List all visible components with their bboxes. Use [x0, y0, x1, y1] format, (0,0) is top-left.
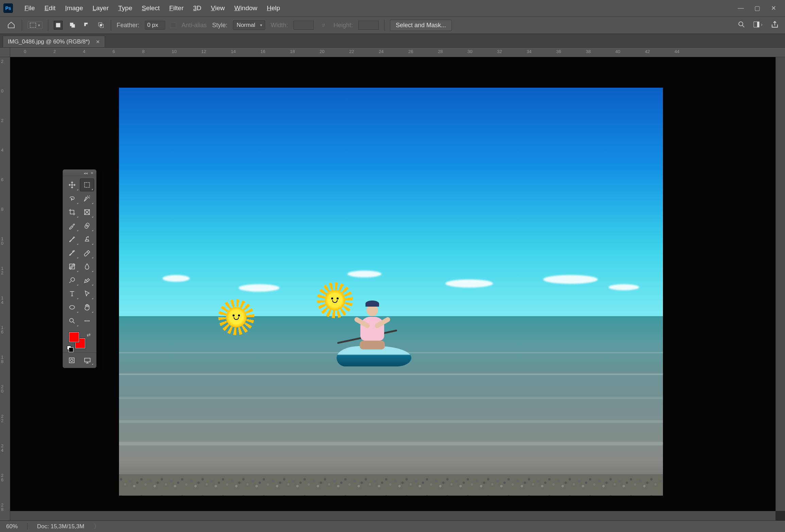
- status-info-chevron-icon[interactable]: 〉: [94, 522, 100, 530]
- screen-mode-button[interactable]: [81, 355, 94, 366]
- tools-panel[interactable]: ◂◂ ✕ ⇄: [63, 169, 97, 368]
- horizontal-scrollbar[interactable]: [10, 511, 775, 520]
- document-info[interactable]: Doc: 15,3M/15,3M: [37, 523, 84, 530]
- antialias-label: Anti-alias: [182, 22, 207, 29]
- menu-select[interactable]: Select: [137, 4, 165, 12]
- foreground-color-swatch[interactable]: [69, 332, 79, 342]
- vertical-scrollbar[interactable]: [775, 57, 785, 511]
- svg-point-18: [85, 320, 86, 322]
- spot-healing-tool[interactable]: [80, 219, 94, 232]
- menu-edit[interactable]: Edit: [40, 4, 61, 12]
- menu-type[interactable]: Type: [114, 4, 137, 12]
- vertical-ruler[interactable]: 20246810121416182022242628: [0, 57, 10, 520]
- quick-mask-button[interactable]: [65, 355, 79, 366]
- color-swatches: ⇄: [65, 331, 94, 351]
- history-brush-tool[interactable]: [65, 246, 79, 259]
- close-panel-icon[interactable]: ✕: [90, 171, 93, 175]
- workspace-switcher-icon[interactable]: [753, 20, 763, 30]
- document-canvas[interactable]: [119, 88, 663, 496]
- image-sun-sticker: [323, 288, 347, 312]
- options-bar: ▾ Feather: Anti-alias Style: Normal Widt…: [0, 16, 785, 34]
- gradient-tool[interactable]: [65, 260, 79, 273]
- divider: [111, 19, 111, 31]
- blur-tool[interactable]: [80, 260, 94, 273]
- style-label: Style:: [212, 22, 227, 29]
- svg-point-16: [70, 306, 75, 309]
- zoom-tool[interactable]: [65, 314, 79, 327]
- menu-view[interactable]: View: [206, 4, 229, 12]
- menu-layer[interactable]: Layer: [88, 4, 114, 12]
- share-icon[interactable]: [771, 20, 779, 30]
- style-dropdown[interactable]: Normal: [233, 20, 265, 30]
- tool-preset-picker[interactable]: ▾: [28, 21, 42, 29]
- menu-window[interactable]: Window: [229, 4, 262, 12]
- divider: [22, 19, 22, 31]
- menu-filter[interactable]: Filter: [165, 4, 188, 12]
- menu-help[interactable]: Help: [262, 4, 285, 12]
- feather-label: Feather:: [117, 22, 139, 29]
- document-tab[interactable]: IMG_0486.jpg @ 60% (RGB/8*) ✕: [3, 36, 105, 47]
- eyedropper-tool[interactable]: [65, 219, 79, 232]
- move-tool[interactable]: [65, 178, 79, 191]
- document-tab-title: IMG_0486.jpg @ 60% (RGB/8*): [8, 38, 90, 45]
- window-maximize-button[interactable]: ▢: [754, 4, 761, 12]
- home-button[interactable]: [6, 20, 16, 30]
- status-bar: 60% Doc: 15,3M/15,3M 〉: [0, 520, 785, 532]
- ruler-origin[interactable]: [0, 48, 10, 57]
- width-label: Width:: [271, 22, 288, 29]
- width-input: [293, 21, 314, 30]
- quick-selection-tool[interactable]: [80, 192, 94, 205]
- path-selection-tool[interactable]: [80, 287, 94, 300]
- default-colors-icon[interactable]: [67, 346, 71, 350]
- frame-tool[interactable]: [80, 206, 94, 219]
- canvas-viewport[interactable]: [10, 57, 775, 511]
- type-tool[interactable]: [65, 287, 79, 300]
- image-pebbles: [119, 474, 663, 496]
- svg-point-20: [88, 320, 90, 322]
- svg-point-19: [86, 320, 88, 322]
- edit-toolbar-button[interactable]: [80, 314, 94, 327]
- window-close-button[interactable]: ✕: [770, 4, 777, 12]
- height-label: Height:: [334, 22, 353, 29]
- close-tab-icon[interactable]: ✕: [96, 39, 100, 45]
- svg-rect-2: [71, 24, 75, 28]
- divider: [48, 19, 48, 31]
- feather-input[interactable]: [145, 21, 165, 30]
- zoom-level[interactable]: 60%: [6, 523, 18, 530]
- brush-tool[interactable]: [65, 233, 79, 246]
- workspace: 0246810121416182022242628303234363840424…: [0, 48, 785, 520]
- tools-panel-header[interactable]: ◂◂ ✕: [63, 170, 96, 176]
- window-minimize-button[interactable]: —: [737, 4, 744, 12]
- swap-colors-icon[interactable]: ⇄: [87, 332, 91, 338]
- svg-rect-21: [69, 358, 74, 363]
- selection-intersect-icon[interactable]: [97, 21, 105, 30]
- selection-add-icon[interactable]: [68, 21, 77, 30]
- pen-tool[interactable]: [80, 274, 94, 287]
- swap-dimensions-icon: [319, 21, 328, 30]
- height-input: [358, 21, 379, 30]
- search-icon[interactable]: [737, 20, 746, 30]
- svg-point-8: [739, 22, 743, 26]
- eraser-tool[interactable]: [80, 246, 94, 259]
- shape-tool[interactable]: [65, 301, 79, 314]
- selection-subtract-icon[interactable]: [82, 21, 91, 30]
- menu-image[interactable]: Image: [60, 4, 88, 12]
- horizontal-ruler[interactable]: 0246810121416182022242628303234363840424…: [10, 48, 785, 57]
- clone-stamp-tool[interactable]: [80, 233, 94, 246]
- app-logo: Ps: [3, 3, 13, 13]
- svg-rect-10: [757, 22, 759, 27]
- marquee-preset-icon: [30, 23, 36, 28]
- svg-rect-23: [85, 358, 90, 362]
- image-sun-sticker: [224, 305, 248, 329]
- rectangular-marquee-tool[interactable]: [80, 178, 94, 191]
- dodge-tool[interactable]: [65, 274, 79, 287]
- menu-file[interactable]: File: [20, 4, 40, 12]
- hand-tool[interactable]: [80, 301, 94, 314]
- menu-3d[interactable]: 3D: [188, 4, 206, 12]
- crop-tool[interactable]: [65, 206, 79, 219]
- selection-new-icon[interactable]: [54, 21, 63, 30]
- collapse-icon[interactable]: ◂◂: [84, 171, 88, 175]
- select-and-mask-button[interactable]: Select and Mask...: [390, 20, 452, 31]
- lasso-tool[interactable]: [65, 192, 79, 205]
- image-person-paddler: [357, 298, 388, 349]
